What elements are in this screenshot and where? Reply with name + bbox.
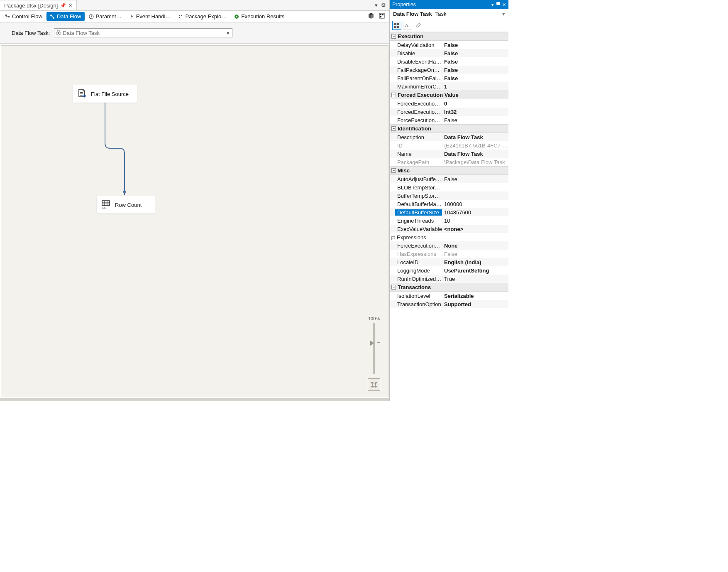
node-label: Flat File Source [91, 91, 129, 97]
property-value[interactable]: False [442, 75, 508, 81]
category-misc[interactable]: Misc [390, 166, 508, 175]
property-value[interactable]: <none> [442, 226, 508, 232]
property-row[interactable]: DisableFalse [390, 49, 508, 57]
toolbox-icon[interactable] [368, 12, 374, 20]
close-icon[interactable]: ✕ [68, 3, 72, 8]
property-row[interactable]: BufferTempStoragePath [390, 191, 508, 200]
property-row[interactable]: FailPackageOnFailureFalse [390, 66, 508, 74]
property-row[interactable]: ForceExecutionValueFalse [390, 116, 508, 124]
property-value[interactable]: \Package\Data Flow Task [442, 159, 508, 165]
property-row[interactable]: EngineThreads10 [390, 216, 508, 225]
variables-icon[interactable] [379, 12, 385, 20]
category-identification[interactable]: Identification [390, 124, 508, 133]
property-row[interactable]: FailParentOnFailureFalse [390, 74, 508, 82]
property-name: EngineThreads [390, 218, 442, 224]
designer-node-row-count[interactable]: 123 Row Count [97, 196, 155, 214]
properties-object-selector[interactable]: Data Flow Task Task ▾ [390, 9, 508, 19]
tab-control-flow[interactable]: Control Flow [2, 12, 46, 21]
property-row[interactable]: DefaultBufferMaxRows100000 [390, 200, 508, 208]
tab-label: Event Handl… [136, 13, 171, 20]
window-dropdown-icon[interactable]: ▾ [491, 2, 494, 7]
tab-event-handlers[interactable]: Event Handl… [126, 12, 174, 21]
property-row[interactable]: IsolationLevelSerializable [390, 292, 508, 300]
tab-label: Control Flow [12, 13, 42, 20]
property-value[interactable]: 0 [442, 101, 508, 107]
pin-icon[interactable]: 📌 [60, 3, 66, 8]
property-value[interactable]: Supported [442, 301, 508, 307]
property-row[interactable]: MaximumErrorCount1 [390, 82, 508, 91]
property-row[interactable]: DescriptionData Flow Task [390, 133, 508, 141]
property-row[interactable]: +Expressions [390, 233, 508, 241]
tab-parameters[interactable]: Paramet… [86, 12, 125, 21]
property-value[interactable]: False [442, 59, 508, 65]
property-value[interactable]: False [442, 176, 508, 182]
properties-grid[interactable]: ExecutionDelayValidationFalseDisableFals… [390, 32, 508, 401]
chevron-down-icon[interactable]: ▾ [224, 30, 232, 36]
property-row[interactable]: AutoAdjustBufferSizeFalse [390, 175, 508, 183]
property-value[interactable]: False [442, 67, 508, 73]
category-forced[interactable]: Forced Execution Value [390, 91, 508, 99]
tabs-dropdown-icon[interactable]: ▾ [375, 2, 378, 8]
zoom-thumb[interactable] [370, 341, 374, 346]
zoom-track[interactable] [373, 323, 375, 374]
property-row[interactable]: TransactionOptionSupported [390, 300, 508, 308]
tab-data-flow[interactable]: Data Flow [46, 12, 85, 21]
category-execution[interactable]: Execution [390, 32, 508, 41]
property-value[interactable]: False [442, 42, 508, 48]
property-value[interactable]: 1 [442, 83, 508, 90]
property-row[interactable]: DelayValidationFalse [390, 41, 508, 49]
property-row[interactable]: ExecValueVariable<none> [390, 225, 508, 233]
chevron-down-icon[interactable]: ▾ [502, 11, 505, 17]
property-value[interactable]: True [442, 276, 508, 282]
svg-rect-22 [394, 23, 396, 25]
designer-status-bar [0, 398, 389, 401]
property-value[interactable]: Data Flow Task [442, 134, 508, 140]
property-row[interactable]: ForcedExecutionValue0 [390, 99, 508, 108]
data-flow-task-input[interactable] [63, 30, 224, 36]
property-value[interactable]: UseParentSetting [442, 268, 508, 274]
category-transactions[interactable]: Transactions [390, 283, 508, 292]
alphabetical-button[interactable]: A↓ [403, 21, 412, 30]
property-value[interactable]: 104857600 [442, 209, 508, 216]
close-icon[interactable]: ✕ [502, 2, 506, 7]
property-row[interactable]: ID{E24161B7-551B-4FC7-8991-FBAD [390, 141, 508, 150]
property-value[interactable]: Data Flow Task [442, 151, 508, 157]
property-value[interactable]: English (India) [442, 259, 508, 265]
designer-node-flat-file-source[interactable]: Flat File Source [73, 85, 137, 103]
property-value[interactable]: 10 [442, 218, 508, 224]
property-row[interactable]: ForceExecutionResultNone [390, 241, 508, 250]
designer-canvas[interactable]: Flat File Source 123 Row Count 10 [1, 45, 388, 397]
zoom-fit-button[interactable] [368, 378, 380, 391]
property-row[interactable]: BLOBTempStoragePath [390, 183, 508, 191]
property-row[interactable]: RunInOptimizedModeTrue [390, 275, 508, 283]
property-row[interactable]: DisableEventHandlersFalse [390, 57, 508, 66]
categorized-button[interactable] [392, 21, 401, 30]
document-tab[interactable]: Package.dtsx [Design] 📌 ✕ [0, 0, 77, 10]
property-row[interactable]: NameData Flow Task [390, 150, 508, 158]
property-row[interactable]: LoggingModeUseParentSetting [390, 266, 508, 275]
property-value[interactable]: False [442, 50, 508, 56]
connector-arrow[interactable] [105, 103, 138, 196]
property-value[interactable]: 100000 [442, 201, 508, 207]
properties-icon[interactable] [414, 21, 423, 30]
property-row[interactable]: LocaleIDEnglish (India) [390, 258, 508, 266]
node-label: Row Count [115, 202, 142, 208]
property-row[interactable]: PackagePath\Package\Data Flow Task [390, 158, 508, 166]
zoom-control[interactable]: 100% [366, 316, 382, 391]
gear-icon[interactable]: ⚙ [381, 2, 386, 8]
property-row[interactable]: HasExpressionsFalse [390, 250, 508, 258]
property-value[interactable]: None [442, 243, 508, 249]
data-flow-task-combo[interactable]: ▾ [54, 28, 232, 37]
property-row[interactable]: DefaultBufferSize104857600 [390, 208, 508, 216]
tab-label: Package Explo… [185, 13, 227, 20]
property-value[interactable]: Int32 [442, 109, 508, 115]
tab-execution-results[interactable]: Execution Results [231, 12, 288, 21]
property-value[interactable]: False [442, 117, 508, 123]
property-value[interactable]: {E24161B7-551B-4FC7-8991-FBAD [442, 142, 508, 149]
property-row[interactable]: ForcedExecutionValueTypeInt32 [390, 108, 508, 116]
property-value[interactable]: Serializable [442, 293, 508, 299]
property-value[interactable]: False [442, 251, 508, 257]
tab-package-explorer[interactable]: Package Explo… [175, 12, 230, 21]
pin-icon[interactable]: ▀ [496, 2, 500, 7]
property-name: FailParentOnFailure [390, 75, 442, 81]
